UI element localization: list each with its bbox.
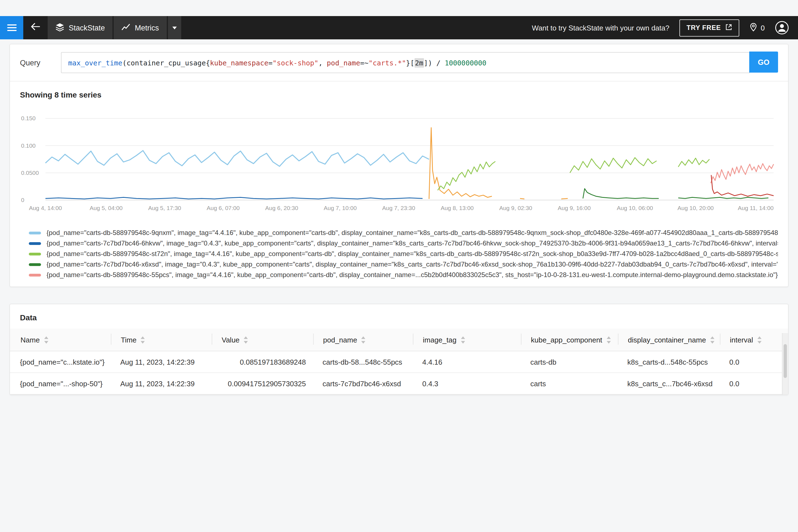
- series-line: [429, 128, 492, 199]
- x-axis-label: Aug 9, 02:30: [499, 205, 532, 211]
- sort-icon[interactable]: [757, 336, 762, 343]
- x-axis-label: Aug 11, 14:00: [738, 205, 774, 211]
- go-button[interactable]: GO: [749, 52, 778, 73]
- x-axis-label: Aug 9, 16:00: [558, 205, 591, 211]
- series-line: [583, 189, 659, 198]
- x-axis-label: Aug 7, 23:30: [382, 205, 415, 211]
- column-header-kube-app-component[interactable]: kube_app_component: [521, 329, 619, 351]
- legend-item[interactable]: {pod_name="carts-db-588979548c-st72n", i…: [29, 250, 778, 258]
- column-header-image-tag[interactable]: image_tag: [413, 329, 521, 351]
- series-line: [711, 164, 774, 183]
- series-line: [45, 197, 422, 199]
- legend-item[interactable]: {pod_name="carts-db-588979548c-9qnxm", i…: [29, 229, 778, 236]
- query-input[interactable]: max_over_time(container_cpu_usage{kube_n…: [61, 52, 750, 73]
- pin-count: 0: [761, 23, 765, 32]
- column-header-name[interactable]: Name: [10, 329, 111, 351]
- table-cell: 0.009417512905730325: [212, 373, 314, 394]
- query-token: /: [432, 58, 445, 67]
- series-color-swatch: [29, 263, 41, 266]
- column-header-label: Value: [222, 336, 240, 344]
- hamburger-menu-button[interactable]: [0, 16, 23, 39]
- table-cell: 0.4.3: [413, 373, 521, 394]
- back-button[interactable]: [23, 16, 48, 39]
- query-token: =: [268, 58, 273, 67]
- column-header-label: image_tag: [423, 336, 456, 344]
- query-token: {: [206, 58, 210, 67]
- series-line: [562, 198, 568, 199]
- external-link-icon: [725, 23, 732, 32]
- arrow-left-icon: [31, 23, 40, 33]
- legend-item[interactable]: {pod_name="carts-7c7bd7bc46-6hkvw", imag…: [29, 240, 778, 247]
- query-token: max_over_time: [68, 58, 122, 67]
- table-scrollbar[interactable]: [782, 333, 788, 395]
- table-cell: 0.0: [720, 351, 788, 373]
- try-free-label: TRY FREE: [687, 24, 721, 32]
- column-header-interval[interactable]: interval: [720, 329, 788, 351]
- x-axis-label: Aug 10, 20:00: [678, 205, 714, 211]
- pinned-items-button[interactable]: 0: [749, 22, 765, 33]
- explore-card: Query max_over_time(container_cpu_usage{…: [10, 44, 788, 287]
- query-row: Query max_over_time(container_cpu_usage{…: [10, 44, 788, 81]
- stackstate-logo-icon: [55, 22, 64, 33]
- column-header-label: pod_name: [323, 336, 357, 344]
- query-token: }: [406, 58, 410, 67]
- table-cell: carts-db-58...548c-55pcs: [314, 351, 413, 373]
- series-line: [678, 158, 709, 167]
- tab-dropdown-button[interactable]: [168, 16, 181, 39]
- sort-icon[interactable]: [244, 336, 249, 343]
- query-token: pod_name: [327, 58, 360, 67]
- scrollbar-thumb[interactable]: [784, 344, 787, 378]
- table-cell: carts-db: [521, 351, 619, 373]
- series-color-swatch: [29, 231, 41, 234]
- column-header-label: display_container_name: [628, 336, 706, 344]
- sort-icon[interactable]: [361, 336, 366, 343]
- data-card: Data NameTimeValuepod_nameimage_tagkube_…: [10, 304, 788, 395]
- x-axis-label: Aug 5, 17:30: [148, 205, 181, 211]
- column-header-time[interactable]: Time: [111, 329, 212, 351]
- results-table: NameTimeValuepod_nameimage_tagkube_app_c…: [10, 329, 788, 395]
- sort-icon[interactable]: [140, 336, 146, 343]
- y-axis-label: 0: [21, 197, 24, 203]
- table-row[interactable]: {pod_name="...-shop-50"}Aug 11, 2023, 14…: [10, 373, 788, 394]
- legend-label: {pod_name="carts-db-588979548c-55pcs", i…: [46, 271, 778, 279]
- x-axis-label: Aug 8, 13:00: [440, 205, 474, 211]
- column-header-display-container-name[interactable]: display_container_name: [619, 329, 720, 351]
- legend-item[interactable]: {pod_name="carts-7c7bd7bc46-x6xsd", imag…: [29, 261, 778, 268]
- y-axis-label: 0.150: [21, 115, 36, 121]
- legend-label: {pod_name="carts-7c7bd7bc46-6hkvw", imag…: [46, 240, 778, 247]
- series-color-swatch: [29, 242, 41, 245]
- query-token: "carts.*": [368, 58, 406, 67]
- try-free-button[interactable]: TRY FREE: [679, 19, 739, 36]
- query-token: "sock-shop": [273, 58, 319, 67]
- tab-metrics[interactable]: Metrics: [114, 16, 167, 39]
- table-cell: {pod_name="...-shop-50"}: [10, 373, 111, 394]
- legend-label: {pod_name="carts-db-588979548c-9qnxm", i…: [46, 229, 778, 236]
- timeseries-chart[interactable]: 00.05000.1000.150Aug 4, 14:00Aug 5, 04:0…: [20, 107, 781, 221]
- sort-icon[interactable]: [606, 336, 611, 343]
- sort-icon[interactable]: [460, 336, 465, 343]
- sort-icon[interactable]: [43, 336, 49, 343]
- chart-section: Showing 8 time series 00.05000.1000.150A…: [10, 81, 788, 286]
- user-avatar[interactable]: [775, 20, 789, 35]
- app-window: StackState Metrics Want to try StackStat…: [0, 16, 798, 532]
- series-line: [45, 150, 429, 166]
- line-chart-icon: [122, 23, 131, 33]
- x-axis-label: Aug 10, 06:00: [617, 205, 653, 211]
- column-header-pod-name[interactable]: pod_name: [314, 329, 413, 351]
- legend-item[interactable]: {pod_name="carts-db-588979548c-55pcs", i…: [29, 271, 778, 279]
- query-token: 2m: [414, 58, 424, 67]
- tab-stackstate[interactable]: StackState: [48, 16, 113, 39]
- column-header-label: interval: [730, 336, 753, 344]
- table-cell: carts-7c7bd7bc46-x6xsd: [314, 373, 413, 394]
- series-color-swatch: [29, 273, 41, 276]
- sort-icon[interactable]: [710, 336, 715, 343]
- top-bar: StackState Metrics Want to try StackStat…: [0, 16, 798, 39]
- table-cell: k8s_carts_c...7bc46-x6xsd: [619, 373, 720, 394]
- x-axis-label: Aug 6, 20:30: [265, 205, 298, 211]
- table-row[interactable]: {pod_name="c...kstate.io"}Aug 11, 2023, …: [10, 351, 788, 373]
- x-axis-label: Aug 4, 14:00: [29, 205, 62, 211]
- pin-icon: [749, 22, 758, 33]
- series-line: [570, 158, 657, 173]
- column-header-value[interactable]: Value: [212, 329, 314, 351]
- x-axis-label: Aug 6, 07:00: [207, 205, 240, 211]
